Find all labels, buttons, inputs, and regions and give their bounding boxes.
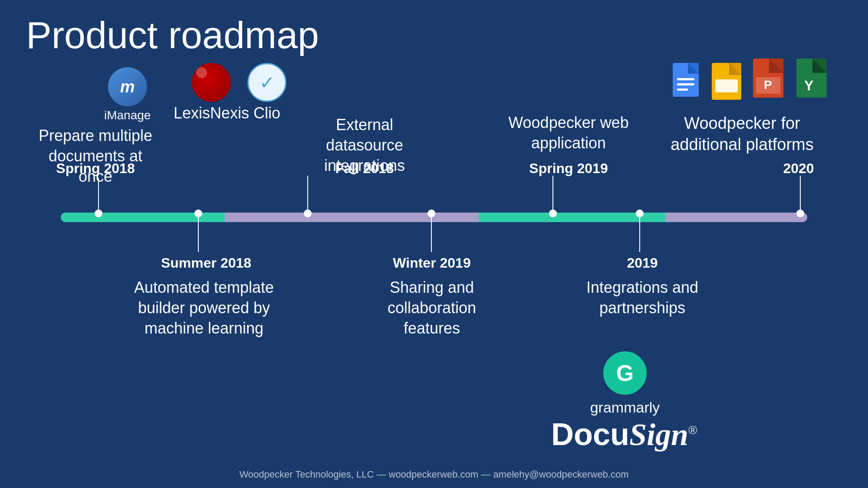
- fall2018-date: Fall 2018: [304, 160, 425, 177]
- trademark-symbol: ®: [688, 423, 697, 437]
- winter2019-desc: Sharing andcollaborationfeatures: [356, 278, 508, 338]
- lexisnexis-icon: [192, 63, 231, 102]
- docusign-label: DocuSign®: [551, 416, 697, 453]
- spring2019-date: Spring 2019: [499, 160, 638, 177]
- office-logos: P Y: [673, 56, 833, 106]
- grammarly-letter: G: [616, 360, 634, 386]
- svg-rect-3: [677, 78, 694, 80]
- svg-text:Y: Y: [804, 78, 813, 93]
- summer2018-desc: Automated templatebuilder powered bymach…: [117, 278, 291, 338]
- svg-rect-9: [715, 79, 738, 92]
- summer2018-date: Summer 2018: [135, 255, 278, 271]
- powerpoint-icon: P: [751, 56, 790, 106]
- spring2018-date: Spring 2018: [35, 160, 156, 177]
- excel-icon: Y: [794, 56, 833, 106]
- spring2019-dot: [549, 210, 557, 217]
- winter2019-line-down: [431, 217, 432, 252]
- clio-icon: ✓: [247, 63, 286, 102]
- bar-purple3: [665, 213, 807, 222]
- grammarly-icon: G: [603, 351, 647, 395]
- imanage-icon: m: [108, 67, 147, 106]
- year2019-desc: Integrations andpartnerships: [569, 278, 716, 318]
- docu-part: Docu: [551, 417, 629, 452]
- google-docs-icon: [673, 63, 707, 106]
- year2020-line-up: [800, 176, 801, 210]
- bar-purple2: [322, 213, 479, 222]
- fall2018-dot: [304, 210, 312, 217]
- spring2019-line-up: [552, 176, 553, 210]
- svg-rect-5: [677, 88, 688, 91]
- winter2019-date: Winter 2019: [365, 255, 499, 271]
- year2020-dot: [796, 210, 804, 217]
- lexisnexis-logo: LexisNexis: [174, 63, 249, 122]
- woodpecker-platforms-desc: Woodpecker for additional platforms: [651, 113, 833, 156]
- year2019-line-down: [639, 217, 640, 252]
- summer2018-line-down: [198, 217, 199, 252]
- clio-logo: ✓ Clio: [247, 63, 286, 122]
- summer2018-dot: [194, 210, 202, 217]
- sign-part: Sign: [629, 417, 688, 452]
- year2020-date: 2020: [746, 160, 851, 177]
- footer-text: Woodpecker Technologies, LLC — woodpecke…: [0, 469, 868, 480]
- clio-label: Clio: [253, 104, 280, 122]
- fall2018-line-up: [307, 176, 308, 210]
- grammarly-label: grammarly: [577, 399, 673, 416]
- google-slides-icon: [712, 59, 746, 106]
- svg-text:P: P: [764, 78, 772, 92]
- year2019-dot: [636, 210, 644, 217]
- spring2018-dot: [95, 210, 102, 217]
- imanage-label: iManage: [104, 108, 151, 122]
- imanage-logo: m iManage: [104, 67, 151, 122]
- svg-rect-4: [677, 83, 694, 85]
- winter2019-dot: [427, 210, 435, 217]
- clio-checkmark: ✓: [260, 72, 275, 93]
- year2019-date: 2019: [582, 255, 703, 271]
- page-title: Product roadmap: [0, 0, 868, 62]
- spring2018-line-up: [98, 178, 99, 210]
- spring2018-desc: Prepare multipledocuments at once: [35, 126, 156, 187]
- spring2019-desc: Woodpecker webapplication: [499, 113, 638, 154]
- lexisnexis-label: LexisNexis: [174, 104, 249, 122]
